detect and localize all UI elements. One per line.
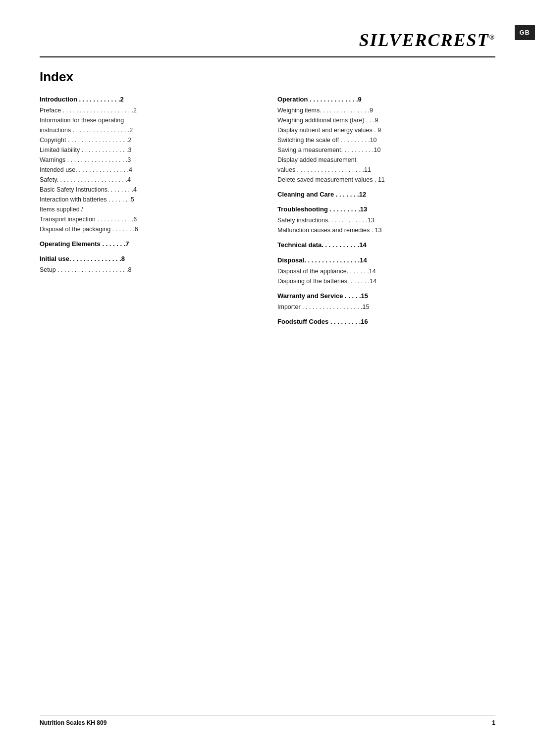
footer: Nutrition Scales KH 809 1: [40, 715, 495, 726]
section-operating-elements: Operating Elements . . . . . . .7: [40, 239, 258, 249]
toc-columns: Introduction . . . . . . . . . . . .2 Pr…: [40, 95, 495, 328]
toc-weighing-tare: Weighing additional items (tare) . . .9: [277, 115, 495, 125]
toc-importer: Importer . . . . . . . . . . . . . . . .…: [277, 302, 495, 312]
toc-preface: Preface . . . . . . . . . . . . . . . . …: [40, 105, 258, 115]
section-introduction: Introduction . . . . . . . . . . . .2: [40, 95, 258, 104]
toc-weighing-items: Weighing items. . . . . . . . . . . . . …: [277, 105, 495, 115]
toc-basic-safety: Basic Safety Instructions. . . . . . . .…: [40, 185, 258, 195]
toc-intended-use: Intended use. . . . . . . . . . . . . . …: [40, 165, 258, 175]
section-warranty: Warranty and Service . . . . .15: [277, 291, 495, 301]
toc-disposing-batteries: Disposing of the batteries. . . . . . .1…: [277, 276, 495, 286]
section-disposal: Disposal. . . . . . . . . . . . . . . .1…: [277, 255, 495, 265]
section-cleaning: Cleaning and Care . . . . . . .12: [277, 190, 495, 200]
toc-safety: Safety. . . . . . . . . . . . . . . . . …: [40, 175, 258, 185]
section-technical-data: Technical data. . . . . . . . . . .14: [277, 240, 495, 250]
language-label: GB: [520, 29, 531, 36]
header: SilverCrest® GB: [40, 30, 495, 57]
toc-setup: Setup . . . . . . . . . . . . . . . . . …: [40, 265, 258, 275]
toc-saving-measurement: Saving a measurement. . . . . . . . . .1…: [277, 145, 495, 155]
brand-logo: SilverCrest®: [359, 30, 495, 50]
section-foodstuff-codes: Foodstuff Codes . . . . . . . . .16: [277, 317, 495, 327]
toc-display-added-line1: Display added measurement: [277, 155, 495, 165]
toc-malfunction: Malfunction causes and remedies . 13: [277, 225, 495, 235]
toc-delete-saved: Delete saved measurement values . 11: [277, 175, 495, 185]
toc-disposal-packaging: Disposal of the packaging . . . . . . .6: [40, 224, 258, 234]
toc-copyright: Copyright . . . . . . . . . . . . . . . …: [40, 135, 258, 145]
section-initial-use: Initial use. . . . . . . . . . . . . . .…: [40, 254, 258, 264]
toc-disposal-appliance: Disposal of the appliance. . . . . . .14: [277, 266, 495, 276]
toc-switching-off: Switching the scale off . . . . . . . . …: [277, 135, 495, 145]
index-title: Index: [40, 69, 495, 85]
toc-display-nutrient: Display nutrient and energy values . 9: [277, 125, 495, 135]
brand-superscript: ®: [489, 34, 495, 41]
toc-info-line2: instructions . . . . . . . . . . . . . .…: [40, 125, 258, 135]
brand-name: SilverCrest: [359, 30, 489, 50]
toc-transport: Transport inspection . . . . . . . . . .…: [40, 214, 258, 224]
left-column: Introduction . . . . . . . . . . . .2 Pr…: [40, 95, 258, 275]
footer-page-number: 1: [492, 719, 495, 726]
toc-safety-instructions: Safety instructions. . . . . . . . . . .…: [277, 215, 495, 225]
language-tab: GB: [515, 25, 535, 40]
page: SilverCrest® GB Index Introduction . . .…: [0, 0, 535, 756]
toc-items-supplied: Items supplied /: [40, 204, 258, 214]
toc-warnings: Warnings . . . . . . . . . . . . . . . .…: [40, 155, 258, 165]
toc-display-added-line2: values . . . . . . . . . . . . . . . . .…: [277, 165, 495, 175]
right-column: Operation . . . . . . . . . . . . . .9 W…: [277, 95, 495, 328]
toc-batteries-interaction: Interaction with batteries . . . . . . .…: [40, 195, 258, 204]
section-troubleshooting: Troubleshooting . . . . . . . . .13: [277, 204, 495, 214]
footer-product-name: Nutrition Scales KH 809: [40, 719, 107, 726]
section-operation: Operation . . . . . . . . . . . . . .9: [277, 95, 495, 104]
toc-info-line1: Information for these operating: [40, 115, 258, 125]
toc-limited-liability: Limited liability . . . . . . . . . . . …: [40, 145, 258, 155]
